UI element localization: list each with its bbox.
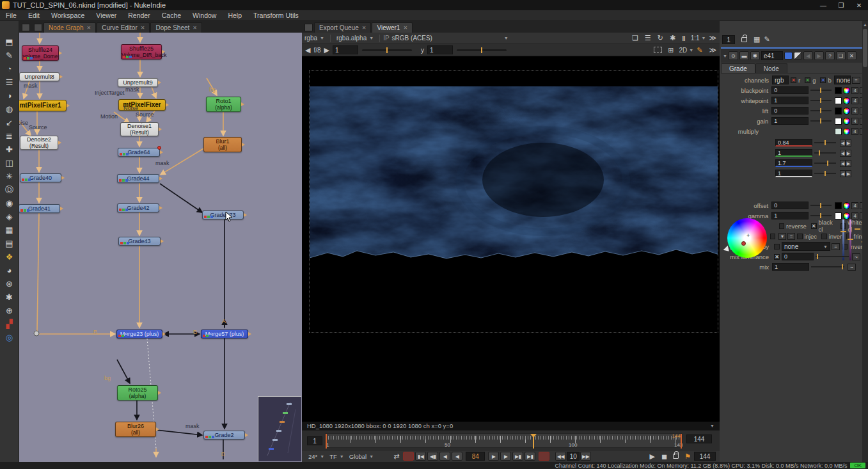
color-wheel-icon[interactable] xyxy=(843,202,850,209)
gizmo-a-icon[interactable]: ❖ xyxy=(3,250,17,264)
gain-slider[interactable] xyxy=(810,120,832,122)
postage-stamp-toggle[interactable] xyxy=(794,52,802,60)
proxy-toggle-icon[interactable]: ⊞ xyxy=(665,46,677,54)
blue-checkbox[interactable]: ✕ xyxy=(820,77,826,83)
gain-slider[interactable] xyxy=(362,49,412,51)
menu-cache[interactable]: Cache xyxy=(156,10,187,21)
play-backward-button[interactable]: ◀ xyxy=(439,452,450,461)
whitepoint-swatch[interactable] xyxy=(835,97,842,104)
flipbook-icon[interactable]: ▶ xyxy=(647,452,658,461)
prev-keyframe-button[interactable]: ◀▮ xyxy=(427,452,438,461)
step-right-icon[interactable]: ▶ xyxy=(846,170,851,177)
node-grade41[interactable]: Grade41 xyxy=(19,204,60,213)
node-roto1[interactable]: Roto1(alpha) xyxy=(206,97,241,112)
toolsets-icon[interactable]: ▦ xyxy=(3,223,17,237)
range-lock-button[interactable] xyxy=(403,452,414,461)
multiply-alpha-slider[interactable] xyxy=(814,173,836,174)
multiply-blue-slider[interactable] xyxy=(814,163,836,164)
tab-node[interactable]: Node xyxy=(755,63,787,73)
fullscreen-icon[interactable]: ◼ xyxy=(658,452,670,461)
node-graph-minimap[interactable] xyxy=(258,396,301,461)
gain-field[interactable]: 1 xyxy=(333,45,358,54)
node-unpremult9[interactable]: Unpremult9 xyxy=(118,78,158,87)
collapse-arrow-icon[interactable]: ▼ xyxy=(723,54,727,58)
step-left-icon[interactable]: ◀ xyxy=(840,139,846,147)
float-panel-icon[interactable]: ❏ xyxy=(836,51,846,60)
play-forward-button[interactable]: ▶ xyxy=(500,452,511,461)
node-mtpixelfixer1[interactable]: mtPixelFixer1 xyxy=(19,100,67,111)
step-left-icon[interactable]: ◀ xyxy=(840,170,846,177)
node-blur1[interactable]: Blur1(all) xyxy=(203,137,242,152)
loop-mode-icon[interactable]: ⇄ xyxy=(390,452,402,461)
gamma-slider[interactable] xyxy=(457,49,507,51)
mix-slider[interactable] xyxy=(811,266,844,267)
image-icon[interactable]: ⬒ xyxy=(3,35,17,49)
vertical-red-slider[interactable] xyxy=(842,219,844,260)
menu-viewer[interactable]: Viewer xyxy=(90,10,122,21)
to-start-button[interactable]: ▮◀ xyxy=(415,452,426,461)
panel-layout-icon[interactable] xyxy=(22,24,30,31)
tab-node-graph[interactable]: Node Graph ✕ xyxy=(43,22,96,33)
last-frame-field[interactable]: 144 xyxy=(694,452,716,461)
step-left-icon[interactable]: ◀ xyxy=(840,150,846,157)
node-unpremult8[interactable]: Unpremult8 xyxy=(19,72,59,81)
scroll-up-icon[interactable]: ▲ xyxy=(862,22,868,27)
step-forward-button[interactable]: ▶ xyxy=(488,452,499,461)
whitepoint-field[interactable]: 1 xyxy=(771,97,809,104)
range-mode-dropdown[interactable]: Global▼ xyxy=(347,452,376,461)
arrow-left-icon[interactable]: ◀ xyxy=(302,46,313,54)
node-color-swatch[interactable]: ▬ xyxy=(739,51,749,60)
multiply-green-slider[interactable] xyxy=(814,152,836,154)
color-wheel-icon[interactable] xyxy=(843,107,850,115)
node-shuffle24[interactable]: Shuffle24volume_Dome xyxy=(22,45,59,61)
redo-icon[interactable]: ▶ xyxy=(814,51,824,60)
tab-grade[interactable]: Grade xyxy=(721,63,755,73)
range-in-marker[interactable] xyxy=(326,434,327,449)
multiply-red-slider[interactable] xyxy=(814,142,836,143)
collapse-chevron-icon[interactable]: ≫ xyxy=(706,46,720,54)
tab-export-queue[interactable]: Export Queue ✕ xyxy=(314,22,371,33)
gain-field[interactable]: 1 xyxy=(771,117,809,125)
multiply-swatch[interactable] xyxy=(835,128,842,135)
gamma-field[interactable]: 1 xyxy=(427,45,453,54)
color-icon[interactable]: ◑ xyxy=(3,89,17,102)
minimize-button[interactable]: — xyxy=(814,0,832,10)
particles-icon[interactable]: ✳ xyxy=(3,170,17,183)
node-merge57[interactable]: Merge57 (plus) xyxy=(201,330,248,338)
timeline-ruler[interactable]: 1 50 100 143 144 xyxy=(325,433,683,448)
playback-lock-button[interactable] xyxy=(539,452,549,461)
archive-icon[interactable]: ▤ xyxy=(3,237,17,250)
node-grade64[interactable]: Grade64 xyxy=(118,148,160,157)
undo-icon[interactable]: ◀ xyxy=(803,51,813,60)
input-process-toggle[interactable]: IP xyxy=(383,35,389,42)
inject-checkbox[interactable] xyxy=(797,234,802,239)
gain-swatch[interactable] xyxy=(835,118,842,125)
viewer-mode-dropdown[interactable]: 2D xyxy=(679,47,688,54)
viewer-layer-dropdown[interactable]: rgba.alpha▼ xyxy=(334,34,376,42)
viewer-image-area[interactable] xyxy=(302,56,720,421)
merge-icon[interactable]: ≣ xyxy=(3,129,17,143)
node-grade2[interactable]: Grade2 xyxy=(203,431,245,440)
gamma-field[interactable]: 1 xyxy=(771,212,809,219)
gamma-swatch[interactable] xyxy=(835,212,842,219)
frame-increment-field[interactable]: 10 xyxy=(567,452,580,461)
wheel-marker[interactable] xyxy=(741,241,746,246)
views-icon[interactable]: ◉ xyxy=(3,196,17,210)
lock-range-icon[interactable] xyxy=(673,454,679,459)
close-icon[interactable]: ✕ xyxy=(403,25,407,31)
center-node-icon[interactable]: ⊙ xyxy=(729,51,738,60)
mask-link-button[interactable]: = xyxy=(787,233,795,240)
close-icon[interactable]: ✕ xyxy=(141,25,145,31)
zoom-level-dropdown[interactable]: 1:1 xyxy=(691,35,700,42)
refresh-icon[interactable]: ↻ xyxy=(654,34,667,42)
second-channel-dropdown[interactable]: none xyxy=(834,76,851,84)
3d-icon[interactable]: ◫ xyxy=(3,156,17,170)
help-icon[interactable]: ? xyxy=(825,51,835,60)
time-icon[interactable]: ◔ xyxy=(3,62,17,76)
node-grade42[interactable]: Grade42 xyxy=(117,203,159,212)
blackpoint-field[interactable]: 0 xyxy=(771,86,809,94)
marker-icon[interactable]: ⚑ xyxy=(681,452,694,461)
mix-luminance-checkbox[interactable]: ✕ xyxy=(774,254,780,260)
blackpoint-slider[interactable] xyxy=(810,90,832,91)
fstop-label[interactable]: f/8 xyxy=(313,47,320,54)
